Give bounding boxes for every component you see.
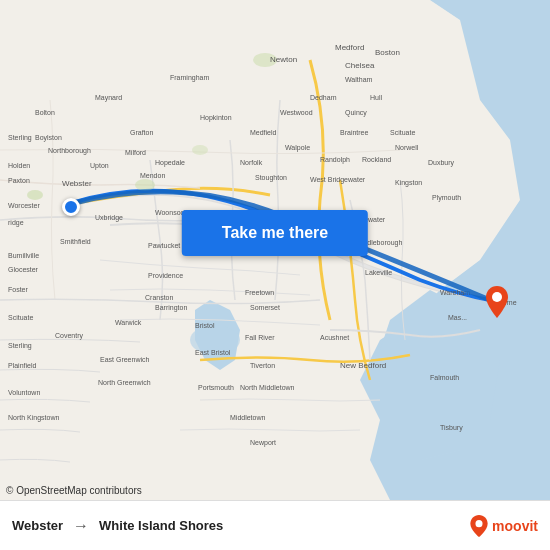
destination-marker <box>486 286 508 322</box>
route-to-label: White Island Shores <box>99 518 223 533</box>
route-arrow-icon: → <box>73 517 89 535</box>
route-from-label: Webster <box>12 518 63 533</box>
moovit-brand-text: moovit <box>492 518 538 534</box>
take-me-there-button[interactable]: Take me there <box>182 210 368 256</box>
footer-bar: Webster → White Island Shores moovit <box>0 500 550 550</box>
origin-marker <box>62 198 80 216</box>
svg-point-89 <box>492 292 502 302</box>
moovit-logo: moovit <box>470 515 538 537</box>
moovit-pin-icon <box>470 515 488 537</box>
map-container: Webster Sterling Bolton Maynard Framingh… <box>0 0 550 500</box>
map-attribution: © OpenStreetMap contributors <box>6 485 142 496</box>
svg-point-90 <box>476 520 483 527</box>
